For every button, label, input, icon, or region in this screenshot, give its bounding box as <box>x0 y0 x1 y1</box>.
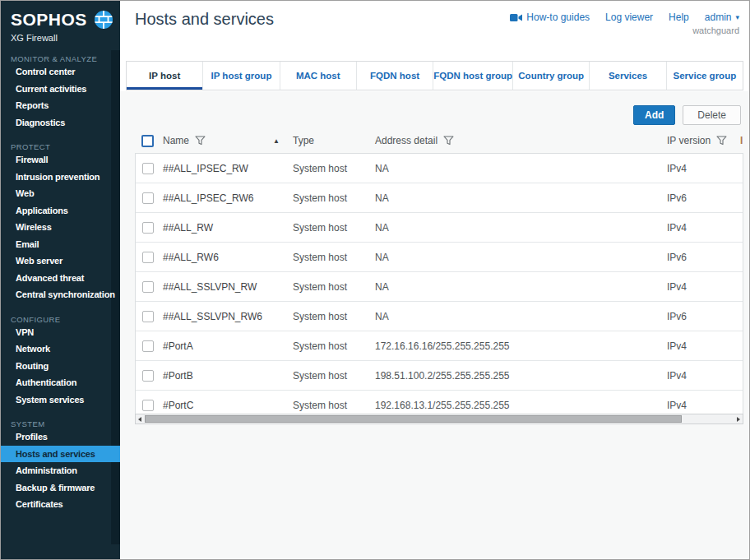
tab-fqdn-host[interactable]: FQDN host <box>357 62 433 90</box>
row-checkbox[interactable] <box>142 163 154 174</box>
delete-button[interactable]: Delete <box>683 105 741 125</box>
admin-menu[interactable]: admin ▾ <box>705 12 739 23</box>
select-all-checkbox[interactable] <box>141 135 154 147</box>
cell-name: ##ALL_SSLVPN_RW6 <box>163 311 293 322</box>
sidebar-item-routing[interactable]: Routing <box>1 358 120 375</box>
tab-ip-host-group[interactable]: IP host group <box>203 62 280 90</box>
brand-block: SOPHOS XG Firewall <box>1 1 120 43</box>
sidebar-item-certificates[interactable]: Certificates <box>1 496 120 513</box>
sidebar-item-administration[interactable]: Administration <box>1 462 120 479</box>
filter-funnel-icon[interactable] <box>195 136 206 146</box>
tab-bar: IP host IP host group MAC host FQDN host… <box>126 61 743 90</box>
row-checkbox[interactable] <box>142 340 154 352</box>
page-title: Hosts and services <box>135 10 274 29</box>
scroll-left-arrow[interactable] <box>136 414 144 423</box>
help-link[interactable]: Help <box>669 12 689 23</box>
cell-address: 172.16.16.16/255.255.255.255 <box>375 340 667 352</box>
sidebar-item-reports[interactable]: Reports <box>1 97 120 114</box>
cell-type: System host <box>293 400 375 411</box>
section-header-system: SYSTEM <box>1 415 120 428</box>
cell-address: NA <box>375 281 667 293</box>
cell-ip-version: IPv6 <box>667 252 743 263</box>
table-row[interactable]: ##ALL_IPSEC_RW System host NA IPv4 <box>136 154 743 183</box>
section-header-protect: PROTECT <box>1 138 120 151</box>
sophos-logo: SOPHOS <box>11 10 87 30</box>
cell-address: NA <box>375 163 667 174</box>
sidebar-item-control-center[interactable]: Control center <box>1 63 120 81</box>
sidebar-item-web-server[interactable]: Web server <box>1 252 120 270</box>
sidebar: SOPHOS XG Firewall MONITOR & A <box>1 1 120 559</box>
cell-type: System host <box>293 340 375 352</box>
filter-funnel-icon[interactable] <box>443 136 454 146</box>
sidebar-item-email[interactable]: Email <box>1 236 120 253</box>
table-row[interactable]: ##ALL_SSLVPN_RW System host NA IPv4 <box>136 272 743 302</box>
tab-country-group[interactable]: Country group <box>513 62 590 90</box>
column-header-ip-version: IP version <box>667 135 711 146</box>
sidebar-item-diagnostics[interactable]: Diagnostics <box>1 114 120 132</box>
cell-name: ##ALL_RW6 <box>163 252 293 263</box>
table-row[interactable]: ##ALL_IPSEC_RW6 System host NA IPv6 <box>136 183 743 213</box>
table-row[interactable]: ##ALL_RW6 System host NA IPv6 <box>136 243 743 272</box>
cell-ip-version: IPv4 <box>667 340 743 352</box>
tab-mac-host[interactable]: MAC host <box>280 62 357 90</box>
table-body: ##ALL_IPSEC_RW System host NA IPv4 ##ALL… <box>135 153 743 420</box>
table-row[interactable]: ##ALL_SSLVPN_RW6 System host NA IPv6 <box>136 302 743 331</box>
add-button[interactable]: Add <box>633 105 675 125</box>
tab-service-group[interactable]: Service group <box>667 62 743 90</box>
tab-services[interactable]: Services <box>590 62 666 90</box>
filter-funnel-icon[interactable] <box>716 136 727 146</box>
table-row[interactable]: #PortB System host 198.51.100.2/255.255.… <box>136 361 743 391</box>
how-to-guides-label: How-to guides <box>526 12 590 23</box>
row-checkbox[interactable] <box>142 400 154 411</box>
sidebar-item-vpn[interactable]: VPN <box>1 324 120 341</box>
row-checkbox[interactable] <box>142 222 154 234</box>
sidebar-item-profiles[interactable]: Profiles <box>1 428 120 446</box>
column-header-type: Type <box>293 135 314 146</box>
cell-type: System host <box>293 252 375 263</box>
row-checkbox[interactable] <box>142 370 154 382</box>
sidebar-item-backup-firmware[interactable]: Backup & firmware <box>1 479 120 497</box>
row-checkbox[interactable] <box>142 311 154 322</box>
sidebar-item-firewall[interactable]: Firewall <box>1 151 120 169</box>
row-checkbox[interactable] <box>142 281 154 293</box>
sidebar-item-central-synchronization[interactable]: Central synchronization <box>1 286 120 303</box>
cell-type: System host <box>293 311 375 322</box>
toolbar: Add Delete <box>633 105 741 125</box>
sidebar-item-network[interactable]: Network <box>1 340 120 358</box>
table-row[interactable]: ##ALL_RW System host NA IPv4 <box>136 213 743 243</box>
sidebar-item-intrusion-prevention[interactable]: Intrusion prevention <box>1 169 120 186</box>
sort-ascending-icon[interactable]: ▲ <box>273 137 280 145</box>
clipped-next-column: I <box>740 135 743 146</box>
sidebar-item-current-activities[interactable]: Current activities <box>1 81 120 98</box>
sidebar-item-web[interactable]: Web <box>1 185 120 202</box>
sidebar-item-advanced-threat[interactable]: Advanced threat <box>1 270 120 287</box>
row-checkbox[interactable] <box>142 252 154 263</box>
video-camera-icon <box>510 13 522 22</box>
cell-name: ##ALL_IPSEC_RW <box>163 163 293 174</box>
table-row[interactable]: #PortA System host 172.16.16.16/255.255.… <box>136 331 743 361</box>
cell-ip-version: IPv4 <box>667 370 743 382</box>
chevron-down-icon: ▾ <box>735 14 739 21</box>
tab-ip-host[interactable]: IP host <box>127 62 203 90</box>
log-viewer-link[interactable]: Log viewer <box>605 12 653 23</box>
sidebar-item-authentication[interactable]: Authentication <box>1 374 120 391</box>
sidebar-item-wireless[interactable]: Wireless <box>1 219 120 236</box>
sophos-firewall-circle-icon <box>93 9 114 30</box>
scroll-right-arrow[interactable] <box>734 414 743 423</box>
sidebar-item-system-services[interactable]: System services <box>1 391 120 409</box>
how-to-guides-link[interactable]: How-to guides <box>510 12 590 23</box>
cell-address: NA <box>375 192 667 204</box>
account-name: watchguard <box>692 25 739 35</box>
scrollbar-thumb[interactable] <box>145 415 682 423</box>
cell-ip-version: IPv4 <box>667 222 743 234</box>
cell-type: System host <box>293 192 375 204</box>
scrollbar-track[interactable] <box>144 414 734 423</box>
cell-address: NA <box>375 252 667 263</box>
tab-fqdn-host-group[interactable]: FQDN host group <box>433 62 513 90</box>
cell-address: 198.51.100.2/255.255.255.255 <box>375 370 667 382</box>
sidebar-item-applications[interactable]: Applications <box>1 202 120 220</box>
column-header-address-detail: Address detail <box>375 135 438 146</box>
row-checkbox[interactable] <box>142 192 154 204</box>
cell-type: System host <box>293 222 375 234</box>
sidebar-item-hosts-and-services[interactable]: Hosts and services <box>1 446 120 463</box>
